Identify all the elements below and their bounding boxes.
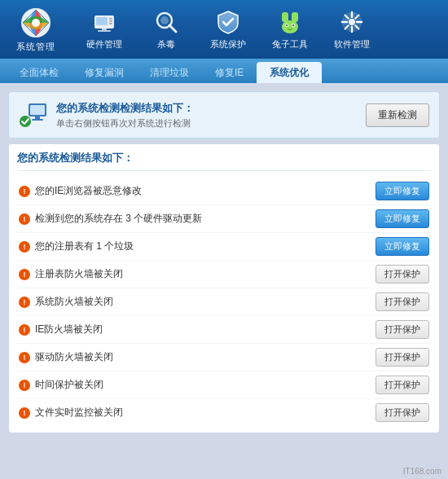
warning-icon: ! [19, 213, 30, 225]
svg-rect-5 [109, 20, 112, 22]
rabbit-icon [277, 9, 303, 35]
svg-rect-13 [292, 12, 298, 22]
tab-fixie[interactable]: 修复IE [202, 62, 257, 83]
svg-rect-4 [109, 18, 112, 20]
summary-title: 您的系统检测检测结果如下： [56, 101, 194, 116]
result-left: !系统防火墙被关闭 [19, 295, 113, 309]
result-item: !您的注册表有 1 个垃圾立即修复 [17, 233, 431, 261]
svg-rect-32 [35, 116, 40, 119]
nav-software-label: 软件管理 [334, 38, 370, 51]
tab-bar: 全面体检 修复漏洞 清理垃圾 修复IE 系统优化 [0, 59, 448, 83]
protect-button[interactable]: 打开保护 [376, 265, 429, 283]
logo[interactable]: 系统管理 [7, 3, 65, 55]
result-text: 系统防火墙被关闭 [35, 295, 113, 309]
summary-subtitle: 单击右侧按钮再次对系统进行检测 [56, 117, 194, 130]
warning-icon: ! [19, 324, 30, 336]
warning-icon: ! [19, 186, 30, 197]
warning-icon: ! [19, 380, 30, 391]
result-text: 文件实时监控被关闭 [35, 406, 123, 420]
warning-icon: ! [19, 269, 30, 280]
kill-icon [153, 9, 179, 35]
svg-rect-7 [102, 29, 107, 30]
svg-point-1 [32, 19, 40, 27]
result-left: !驱动防火墙被关闭 [19, 350, 113, 364]
logo-label: 系统管理 [16, 41, 55, 53]
summary-panel: 您的系统检测检测结果如下： 单击右侧按钮再次对系统进行检测 重新检测 [8, 91, 440, 138]
nav-hardware-label: 硬件管理 [86, 38, 122, 51]
svg-point-14 [282, 20, 298, 33]
result-text: 时间保护被关闭 [35, 378, 103, 392]
result-left: !您的IE浏览器被恶意修改 [19, 184, 142, 198]
tab-fullcheck[interactable]: 全面体检 [7, 62, 72, 83]
svg-rect-3 [96, 17, 108, 25]
protect-button[interactable]: 打开保护 [376, 320, 429, 339]
results-section: 您的系统检测结果如下： !您的IE浏览器被恶意修改立即修复!检测到您的系统存在 … [8, 143, 440, 433]
nav-software[interactable]: 软件管理 [323, 3, 381, 55]
result-text: 您的IE浏览器被恶意修改 [35, 184, 142, 198]
warning-icon: ! [19, 241, 30, 253]
nav-rabbit[interactable]: 兔子工具 [261, 3, 319, 55]
result-left: !检测到您的系统存在 3 个硬件驱动更新 [19, 212, 202, 226]
result-item: !注册表防火墙被关闭打开保护 [17, 261, 431, 288]
tab-repair[interactable]: 修复漏洞 [72, 62, 137, 83]
result-text: 您的注册表有 1 个垃圾 [35, 240, 134, 253]
watermark: IT168.com [403, 467, 441, 476]
summary-text: 您的系统检测检测结果如下： 单击右侧按钮再次对系统进行检测 [56, 101, 194, 130]
result-item: !检测到您的系统存在 3 个硬件驱动更新立即修复 [17, 205, 431, 233]
summary-left: 您的系统检测检测结果如下： 单击右侧按钮再次对系统进行检测 [19, 100, 194, 130]
nav-rabbit-label: 兔子工具 [272, 38, 308, 51]
svg-rect-6 [109, 23, 112, 24]
protect-button[interactable]: 打开保护 [376, 348, 429, 367]
svg-rect-12 [282, 12, 288, 22]
nav-kill-label: 杀毒 [157, 38, 175, 51]
result-left: !文件实时监控被关闭 [19, 406, 123, 420]
svg-rect-31 [30, 105, 45, 115]
protect-button[interactable]: 打开保护 [376, 403, 429, 422]
nav-kill[interactable]: 杀毒 [137, 3, 195, 55]
protect-button[interactable]: 打开保护 [376, 292, 429, 311]
logo-icon [20, 7, 52, 39]
warning-icon: ! [19, 352, 30, 363]
result-item: !驱动防火墙被关闭打开保护 [17, 344, 431, 371]
hardware-icon [91, 9, 117, 35]
nav-protect[interactable]: 系统保护 [199, 3, 257, 55]
result-left: !时间保护被关闭 [19, 378, 103, 392]
results-title: 您的系统检测结果如下： [17, 151, 431, 171]
protect-icon [215, 9, 241, 35]
result-item: !系统防火墙被关闭打开保护 [17, 288, 431, 316]
tab-clean[interactable]: 清理垃圾 [137, 62, 202, 83]
warning-icon: ! [19, 407, 30, 419]
fix-button[interactable]: 立即修复 [376, 182, 429, 200]
svg-rect-33 [32, 119, 43, 121]
svg-point-18 [292, 24, 294, 26]
result-left: !IE防火墙被关闭 [19, 323, 103, 336]
results-list: !您的IE浏览器被恶意修改立即修复!检测到您的系统存在 3 个硬件驱动更新立即修… [17, 178, 431, 426]
nav-hardware[interactable]: 硬件管理 [75, 3, 134, 55]
result-left: !注册表防火墙被关闭 [19, 267, 123, 281]
result-text: 注册表防火墙被关闭 [35, 267, 123, 281]
warning-icon: ! [19, 297, 30, 308]
nav-protect-label: 系统保护 [210, 38, 246, 51]
result-item: !您的IE浏览器被恶意修改立即修复 [17, 178, 431, 205]
result-text: 驱动防火墙被关闭 [35, 350, 113, 364]
protect-button[interactable]: 打开保护 [376, 376, 429, 394]
result-text: IE防火墙被关闭 [35, 323, 103, 336]
svg-point-17 [286, 24, 288, 26]
result-item: !时间保护被关闭打开保护 [17, 371, 431, 399]
result-left: !您的注册表有 1 个垃圾 [19, 240, 134, 253]
recheck-button[interactable]: 重新检测 [366, 103, 429, 127]
svg-rect-8 [98, 30, 111, 32]
tab-optimize[interactable]: 系统优化 [257, 62, 322, 83]
svg-point-20 [349, 19, 355, 25]
result-text: 检测到您的系统存在 3 个硬件驱动更新 [35, 212, 202, 226]
computer-icon [19, 100, 48, 130]
svg-point-11 [160, 16, 169, 24]
result-item: !文件实时监控被关闭打开保护 [17, 399, 431, 426]
svg-line-10 [169, 25, 176, 32]
result-item: !IE防火墙被关闭打开保护 [17, 316, 431, 344]
software-icon [339, 9, 365, 35]
fix-button[interactable]: 立即修复 [376, 209, 429, 228]
fix-button[interactable]: 立即修复 [376, 237, 429, 256]
header: 系统管理 硬件管理 杀毒 系统保护 [0, 0, 448, 59]
